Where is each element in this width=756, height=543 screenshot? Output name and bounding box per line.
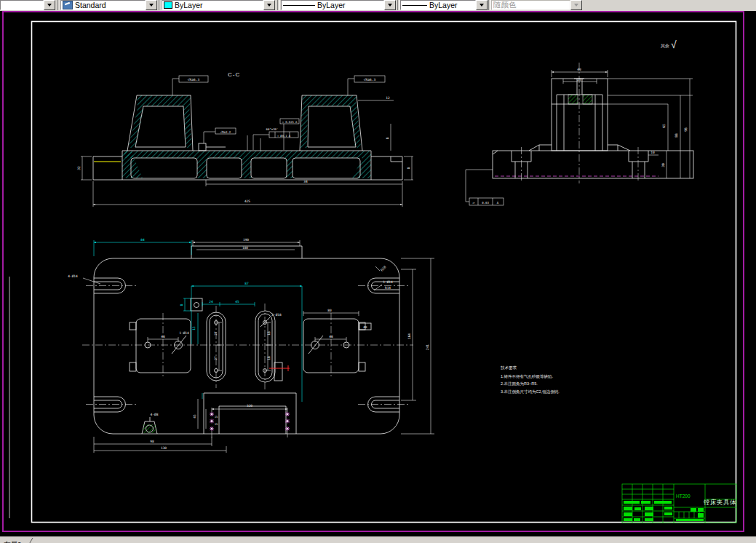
dim-label: 320 bbox=[247, 404, 252, 408]
technical-notes: 技术要求 1.铸件不得有气孔砂眼等缺陷. 2.未注圆角为R3~R5. 3.未注倒… bbox=[501, 364, 560, 395]
title-block-material: HT200 bbox=[676, 494, 691, 499]
dim-label: 180 bbox=[242, 246, 248, 250]
dim-label: 18 bbox=[267, 331, 271, 336]
plotstyle-combo-value: 随颜色 bbox=[493, 0, 517, 10]
dim-label: 66°±30′ bbox=[266, 127, 279, 131]
dim-label: 12 bbox=[386, 96, 390, 100]
dim-label: 4-Ø14 bbox=[68, 274, 78, 278]
dim-label: Ø8 bbox=[364, 325, 367, 329]
dim-label: 48 bbox=[161, 335, 165, 338]
linetype-swatch-icon bbox=[283, 5, 315, 6]
dim-label: 98 bbox=[150, 440, 154, 443]
dim-label: 8 bbox=[407, 167, 410, 169]
dim-label: 0.03 bbox=[482, 201, 489, 205]
layer-combo[interactable] bbox=[0, 0, 55, 10]
surface-note-prefix: 其余 bbox=[661, 39, 669, 49]
dim-label: 27 bbox=[214, 331, 218, 336]
side-view bbox=[466, 63, 693, 205]
lineweight-combo-value: ByLayer bbox=[429, 1, 458, 9]
note-line: 2.未注圆角为R3~R5. bbox=[501, 380, 560, 388]
note-line: 1.铸件不得有气孔砂眼等缺陷. bbox=[501, 373, 560, 381]
plan-view bbox=[82, 240, 434, 453]
plan-dims-cyan bbox=[94, 240, 302, 402]
lineweight-combo[interactable]: ByLayer bbox=[400, 0, 488, 10]
hatch-green bbox=[583, 95, 592, 104]
dim-label: ⌖ Ø0.1 A bbox=[277, 134, 291, 138]
dim-label: 40 bbox=[577, 68, 581, 71]
dim-label: A bbox=[497, 201, 499, 205]
hatch-cyan bbox=[122, 95, 371, 178]
layout-tab-bar: 布局2 bbox=[0, 536, 756, 543]
style-combo-arrow[interactable] bbox=[146, 0, 157, 10]
toolbar: Standard ByLayer ByLayer ByLayer 随颜色 bbox=[0, 0, 756, 11]
dim-label: 1-Ø14 bbox=[179, 331, 189, 335]
text-style-icon bbox=[63, 1, 73, 9]
dim-label: 2-Ø18 bbox=[271, 313, 282, 317]
dim-label: 1-Ø14 bbox=[383, 280, 393, 284]
dim-label: 15 bbox=[215, 422, 218, 426]
dim-label: 8 bbox=[180, 304, 183, 306]
dim-label: 164 bbox=[407, 333, 411, 339]
dim-label: 48 bbox=[329, 335, 333, 338]
surface-finish-note: 其余 √ bbox=[661, 39, 677, 49]
dim-label: 241 bbox=[426, 344, 429, 350]
dim-label: 45 bbox=[193, 414, 196, 419]
chevron-down-icon bbox=[149, 4, 154, 7]
color-combo-arrow[interactable] bbox=[263, 0, 275, 10]
dim-label: R28 bbox=[380, 265, 386, 272]
lineweight-combo-arrow[interactable] bbox=[476, 0, 488, 10]
color-swatch-icon bbox=[164, 1, 172, 9]
chevron-down-icon bbox=[47, 4, 52, 7]
linetype-combo-value: ByLayer bbox=[317, 1, 346, 9]
hatch-green bbox=[568, 95, 578, 104]
color-combo-value: ByLayer bbox=[175, 1, 203, 9]
dim-label: 15 bbox=[215, 415, 218, 419]
surface-check-icon: √ bbox=[671, 39, 677, 49]
plotstyle-combo: 随颜色 bbox=[491, 0, 582, 10]
linetype-combo-arrow[interactable] bbox=[384, 0, 396, 10]
plotstyle-combo-arrow bbox=[570, 0, 582, 10]
dim-label: 425 bbox=[244, 199, 250, 203]
dim-label: 87 bbox=[244, 282, 249, 285]
dim-label: 32 bbox=[77, 166, 81, 170]
style-combo[interactable]: Standard bbox=[60, 0, 157, 10]
dim-label: 25 bbox=[577, 78, 581, 82]
dim-label: ⌓ 0.025 A bbox=[282, 120, 298, 124]
dim-label: 190 bbox=[243, 238, 249, 242]
dim-label: 65 bbox=[662, 124, 666, 128]
notes-title: 技术要求 bbox=[501, 364, 560, 372]
centerlines bbox=[82, 286, 413, 405]
tab-separator bbox=[22, 538, 33, 543]
plan-dims-white bbox=[83, 240, 434, 453]
dim-label: 24 bbox=[209, 300, 213, 304]
linetype-combo[interactable]: ByLayer bbox=[281, 0, 396, 10]
section-view bbox=[81, 76, 413, 207]
color-combo[interactable]: ByLayer bbox=[162, 0, 275, 10]
dim-label: ▱ bbox=[472, 200, 474, 205]
point-markers bbox=[210, 412, 290, 431]
dim-label: 98 bbox=[684, 127, 688, 132]
dim-label: 18 bbox=[267, 356, 271, 360]
dim-label: 84 bbox=[140, 238, 145, 242]
model-canvas[interactable]: 42534328√Ra6.3√Ra6.3√Ra3.2⌓ 0.025 A66°±3… bbox=[0, 0, 756, 543]
style-combo-value: Standard bbox=[75, 1, 106, 9]
dim-label: 8 bbox=[386, 137, 389, 139]
layout-tab[interactable]: 布局2 bbox=[4, 540, 21, 543]
chevron-down-icon bbox=[574, 4, 578, 7]
chevron-down-icon bbox=[267, 4, 271, 7]
dim-label: 30 bbox=[661, 163, 665, 167]
dim-label: 130 bbox=[161, 446, 167, 450]
lineweight-swatch-icon bbox=[402, 5, 427, 6]
dim-label: 4-Ø8 bbox=[151, 413, 159, 416]
dim-label: 10 bbox=[650, 151, 655, 154]
chevron-down-icon bbox=[388, 4, 392, 7]
toolbar-separator bbox=[277, 0, 280, 10]
dim-label: 27 bbox=[214, 356, 218, 360]
dimension-labels: 42534328√Ra6.3√Ra6.3√Ra3.2⌓ 0.025 A66°±3… bbox=[68, 68, 688, 450]
dim-label: 15 bbox=[192, 326, 196, 330]
section-label: C-C bbox=[228, 71, 240, 78]
layer-combo-arrow[interactable] bbox=[44, 0, 55, 10]
drawing-frame bbox=[9, 22, 736, 523]
dim-label: R14 bbox=[385, 286, 391, 290]
dim-label: √Ra3.2 bbox=[220, 130, 231, 134]
